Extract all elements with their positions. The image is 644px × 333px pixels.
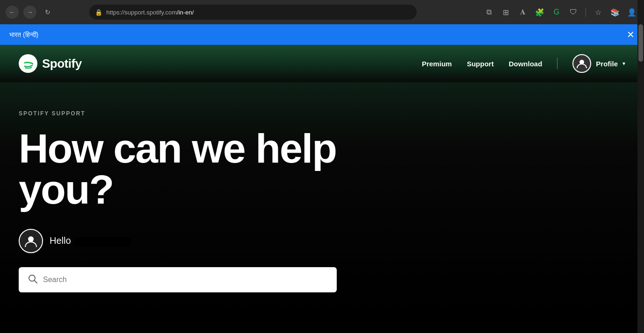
scrollbar-track[interactable]: [637, 0, 644, 311]
language-banner: भारत (हिन्दी) ✕: [0, 24, 644, 45]
search-icon: [28, 274, 37, 286]
svg-point-0: [19, 54, 37, 73]
browser-chrome: ← → ↻ 🔒 https://support.spotify.com/in-e…: [0, 0, 644, 24]
spotify-name: Spotify: [42, 57, 82, 71]
spotify-header: Spotify Premium Support Download Profile…: [0, 45, 644, 82]
collections-button[interactable]: 📚: [608, 6, 622, 19]
nav-support[interactable]: Support: [467, 60, 494, 68]
profile-button[interactable]: Profile ▾: [572, 54, 625, 73]
help-heading: How can we help you?: [19, 128, 625, 210]
browser-tools: ⧉ ⊞ 𝐀 🧩 G 🛡 ☆ 📚 👤: [483, 6, 638, 19]
favorites-button[interactable]: ☆: [592, 6, 605, 19]
language-banner-close-button[interactable]: ✕: [627, 30, 635, 39]
browser-apps-button[interactable]: ⊞: [499, 6, 513, 19]
separator: [586, 7, 586, 17]
browser-extension2-button[interactable]: 🛡: [567, 6, 580, 19]
hello-row: Hello: [19, 229, 625, 253]
search-input[interactable]: [43, 276, 327, 284]
hello-avatar: [19, 229, 43, 253]
hello-text: Hello: [50, 235, 71, 246]
search-svg: [28, 274, 37, 283]
screen-cast-button[interactable]: ⧉: [483, 6, 496, 19]
main-content: SPOTIFY SUPPORT How can we help you? Hel…: [0, 82, 644, 311]
profile-label: Profile: [596, 60, 618, 68]
hello-text-container: Hello: [50, 235, 131, 247]
nav-premium[interactable]: Premium: [422, 60, 452, 68]
profile-avatar: [572, 54, 591, 73]
heading-line1: How can we help: [19, 125, 336, 171]
heading-line2: you?: [19, 166, 113, 213]
nav-download[interactable]: Download: [509, 60, 543, 68]
browser-extension-button[interactable]: 🧩: [533, 6, 546, 19]
lock-icon: 🔒: [95, 9, 102, 16]
language-banner-text: भारत (हिन्दी): [9, 31, 38, 39]
hello-user-icon: [24, 234, 37, 248]
svg-line-5: [35, 280, 37, 283]
svg-point-3: [28, 236, 34, 242]
url-text: https://support.spotify.com/in-en/: [106, 9, 194, 16]
scrollbar-thumb[interactable]: [638, 24, 643, 62]
user-name-redacted: [75, 237, 131, 247]
grammarly-button[interactable]: G: [550, 6, 563, 19]
profile-browser-button[interactable]: 👤: [625, 6, 638, 19]
user-icon: [577, 58, 587, 69]
font-button[interactable]: 𝐀: [516, 6, 529, 19]
back-button[interactable]: ←: [6, 6, 19, 19]
profile-chevron: ▾: [622, 60, 625, 67]
refresh-button[interactable]: ↻: [41, 6, 54, 19]
forward-button[interactable]: →: [23, 6, 36, 19]
spotify-nav: Premium Support Download Profile ▾: [422, 54, 625, 73]
support-eyebrow: SPOTIFY SUPPORT: [19, 110, 625, 117]
nav-separator: [557, 58, 557, 69]
spotify-logo-icon: [19, 54, 37, 73]
address-bar[interactable]: 🔒 https://support.spotify.com/in-en/: [89, 5, 417, 20]
spotify-logo[interactable]: Spotify: [19, 54, 82, 73]
search-bar[interactable]: [19, 267, 337, 292]
